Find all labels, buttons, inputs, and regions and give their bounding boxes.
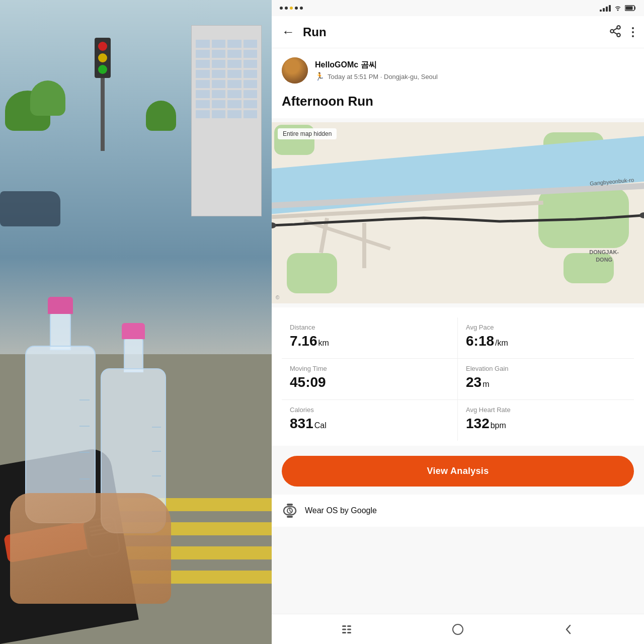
svg-point-0 <box>617 10 619 11</box>
nav-home-icon <box>452 623 464 635</box>
map-container[interactable]: Gangbyeonbuk-ro DONGJAK-DONG Entire map … <box>272 122 644 303</box>
activity-title: Afternoon Run <box>272 92 644 122</box>
stat-elevation-gain-value: 23m <box>466 374 626 390</box>
svg-point-8 <box>272 222 276 228</box>
wifi-icon <box>614 5 622 11</box>
stat-avg-heart-rate-value: 132bpm <box>466 416 626 432</box>
svg-point-5 <box>617 33 620 37</box>
svg-line-15 <box>290 511 291 512</box>
stats-grid: Distance 7.16km Avg Pace 6:18/km Moving … <box>282 317 634 441</box>
svg-rect-2 <box>626 7 633 10</box>
map-copyright: © <box>276 295 279 300</box>
map-view[interactable]: Gangbyeonbuk-ro DONGJAK-DONG Entire map … <box>272 122 644 303</box>
map-green-area-4 <box>287 253 337 293</box>
stats-section: Distance 7.16km Avg Pace 6:18/km Moving … <box>272 307 644 446</box>
svg-line-6 <box>613 32 617 34</box>
stat-avg-pace: Avg Pace 6:18/km <box>458 317 634 359</box>
bottom-nav <box>272 614 644 644</box>
header: ← Run <box>272 16 644 48</box>
stat-calories: Calories 831Cal <box>282 400 458 441</box>
stat-avg-pace-value: 6:18/km <box>466 333 626 349</box>
map-district-label: DONGJAK-DONG <box>589 249 619 263</box>
stat-avg-heart-rate: Avg Heart Rate 132bpm <box>458 400 634 441</box>
svg-rect-11 <box>287 516 293 518</box>
map-hidden-badge: Entire map hidden <box>278 128 337 139</box>
avatar-image <box>282 57 308 84</box>
svg-line-7 <box>613 28 617 30</box>
stat-moving-time-label: Moving Time <box>290 365 449 372</box>
stat-elevation-gain: Elevation Gain 23m <box>458 359 634 400</box>
share-button[interactable] <box>609 25 622 40</box>
user-name: HelloGOMc 곰씨 <box>315 60 634 70</box>
battery-icon <box>625 5 636 11</box>
more-button[interactable] <box>632 27 634 37</box>
status-dot-5 <box>300 7 303 10</box>
tree-2 <box>30 80 65 116</box>
status-right-icons <box>600 5 636 12</box>
user-meta: 🏃 Today at 5:51 PM · Dongjak-gu, Seoul <box>315 72 634 81</box>
status-dot-4 <box>295 7 298 10</box>
bottle-left <box>25 312 96 523</box>
stat-avg-heart-rate-label: Avg Heart Rate <box>466 406 626 414</box>
map-route <box>272 200 644 243</box>
stat-elevation-gain-label: Elevation Gain <box>466 365 626 372</box>
nav-menu-icon <box>341 625 353 634</box>
svg-rect-18 <box>342 628 346 630</box>
svg-rect-17 <box>347 625 351 627</box>
back-button[interactable]: ← <box>282 24 295 40</box>
wear-os-label: Wear OS by Google <box>305 506 377 515</box>
header-title: Run <box>303 25 609 39</box>
status-dot-2 <box>285 7 288 10</box>
three-dots-icon <box>632 27 634 37</box>
user-details: HelloGOMc 곰씨 🏃 Today at 5:51 PM · Dongja… <box>315 60 634 81</box>
stat-distance: Distance 7.16km <box>282 317 458 359</box>
photo-panel <box>0 0 272 644</box>
stat-moving-time: Moving Time 45:09 <box>282 359 458 400</box>
status-bar <box>272 0 644 16</box>
svg-rect-19 <box>347 628 351 630</box>
stat-distance-label: Distance <box>290 324 449 331</box>
photo-background <box>0 0 272 644</box>
header-icons <box>609 25 634 40</box>
content-area: HelloGOMc 곰씨 🏃 Today at 5:51 PM · Dongja… <box>272 48 644 614</box>
svg-point-9 <box>639 212 644 218</box>
signal-icon <box>600 5 611 12</box>
building <box>191 25 262 216</box>
view-analysis-button[interactable]: View Analysis <box>282 456 634 487</box>
stat-moving-time-value: 45:09 <box>290 374 449 390</box>
app-panel: ← Run <box>272 0 644 644</box>
svg-rect-20 <box>342 632 346 633</box>
user-avatar <box>282 57 308 84</box>
hand-palm <box>10 493 171 604</box>
user-meta-text: Today at 5:51 PM · Dongjak-gu, Seoul <box>328 73 438 80</box>
svg-rect-10 <box>287 504 293 506</box>
svg-point-22 <box>453 624 463 634</box>
svg-point-3 <box>617 26 620 29</box>
car <box>0 191 60 226</box>
stat-avg-pace-label: Avg Pace <box>466 324 626 331</box>
stat-distance-value: 7.16km <box>290 333 449 349</box>
wear-os-section: Wear OS by Google <box>272 495 644 527</box>
user-info-section: HelloGOMc 곰씨 🏃 Today at 5:51 PM · Dongja… <box>272 48 644 92</box>
stat-calories-label: Calories <box>290 406 449 414</box>
status-left-icons <box>280 7 303 10</box>
nav-back-button[interactable] <box>559 620 578 638</box>
nav-home-button[interactable] <box>449 620 467 638</box>
svg-rect-21 <box>347 632 351 633</box>
status-dot-1 <box>280 7 283 10</box>
status-dot-3 <box>290 7 293 10</box>
nav-menu-button[interactable] <box>338 620 356 638</box>
svg-rect-16 <box>342 625 346 627</box>
run-icon: 🏃 <box>315 72 325 81</box>
stat-calories-value: 831Cal <box>290 416 449 432</box>
traffic-light <box>95 38 111 78</box>
tree-3 <box>146 101 176 131</box>
wear-os-icon <box>282 503 298 519</box>
nav-back-icon <box>564 623 573 635</box>
svg-point-4 <box>610 29 614 33</box>
